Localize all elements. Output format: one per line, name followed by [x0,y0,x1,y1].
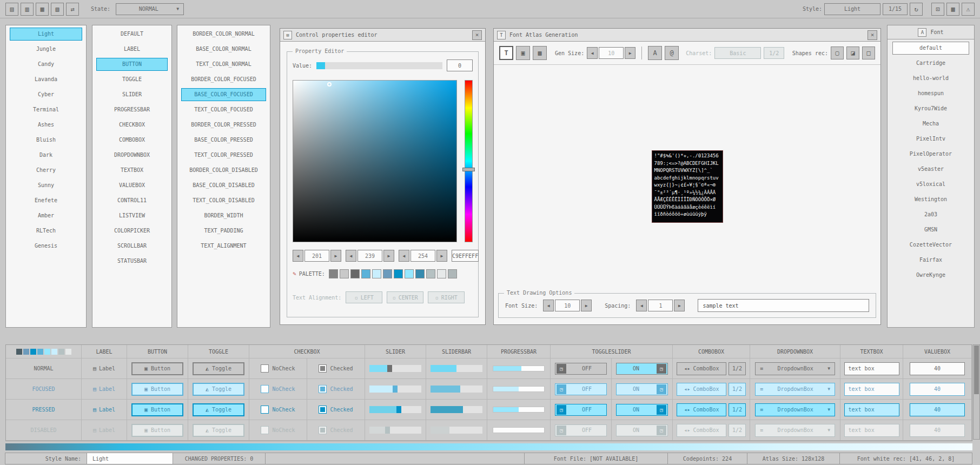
toggleslider-off-sample[interactable]: ◳OFF [555,383,607,395]
font-item[interactable]: Westington [892,193,969,206]
font-item[interactable]: default [892,42,969,55]
spinner-decrement-button[interactable]: ◀ [346,250,356,262]
font-item[interactable]: PixelOperator [892,148,969,161]
textbox-sample[interactable]: text box [844,403,899,416]
spinner-decrement-button[interactable]: ◀ [399,250,409,262]
control-item[interactable]: LABEL [96,43,168,56]
font-item[interactable]: PixelIntv [892,132,969,145]
button-sample[interactable]: ▣Button [131,362,183,375]
style-item[interactable]: Amber [10,209,82,222]
palette-swatch[interactable] [340,269,349,278]
align-right-button[interactable]: ▫RIGHT [428,291,465,303]
combobox-sample[interactable]: ◂▸ComboBox [677,403,726,416]
control-item[interactable]: SCROLLBAR [96,240,168,253]
font-item[interactable]: Kyrou7Wide [892,102,969,115]
palette-swatch[interactable] [383,269,392,278]
property-item[interactable]: BASE_COLOR_PRESSED [181,134,266,147]
control-item[interactable]: STATUSBAR [96,255,168,268]
spinner-increment-button[interactable]: ▶ [625,47,635,59]
button-sample[interactable]: ▣Button [131,383,183,396]
style-item[interactable]: Dark [10,149,82,162]
export-style-button[interactable]: ▧ [51,3,64,16]
checkbox-checked-sample[interactable]: Checked [319,364,353,373]
spinner-decrement-button[interactable]: ◀ [293,250,303,262]
control-item[interactable]: BUTTON [96,58,168,71]
shapes-rec-button-1[interactable]: ▢ [831,46,844,59]
control-item[interactable]: COMBOBOX [96,134,168,147]
property-item[interactable]: TEXT_ALIGNMENT [181,240,266,253]
checkbox-unchecked-sample[interactable]: NoCheck [261,364,295,373]
control-item[interactable]: DEFAULT [96,28,168,41]
property-item[interactable]: BASE_COLOR_NORMAL [181,43,266,56]
style-item[interactable]: Enefete [10,194,82,207]
new-style-button[interactable]: ▤ [5,3,18,16]
style-item[interactable]: Lavanda [10,73,82,86]
font-size-value[interactable]: 10 [555,300,580,311]
toggleslider-knob[interactable]: ◳ [557,384,566,394]
state-dropdown[interactable]: NORMAL ▼ [116,3,184,15]
toggleslider-knob[interactable]: ◳ [657,384,666,394]
window-titlebar[interactable]: ⊞ Control properties editor × [280,29,485,42]
palette-swatch[interactable] [361,269,370,278]
font-item[interactable]: CozetteVector [892,238,969,251]
slider-sample[interactable] [369,365,421,372]
hue-bar[interactable] [465,80,473,242]
value-box[interactable]: 0 [447,59,473,71]
spinner-decrement-button[interactable]: ◀ [543,300,554,311]
dropdownbox-sample[interactable]: ≡DropdownBox▼ [755,383,835,396]
font-atlas-image[interactable]: !"#$%&'()*+,-./0123456 789:;<=>?@ABCDEFG… [652,150,723,223]
palette-swatch[interactable] [426,269,435,278]
combobox-sample[interactable]: ◂▸ComboBox [677,383,726,396]
slider-sample[interactable] [369,386,421,393]
property-item[interactable]: TEXT_COLOR_FOCUSED [181,103,266,116]
font-item[interactable]: GMSN [892,223,969,236]
sliderbar-sample[interactable] [431,406,482,413]
slider-handle[interactable] [387,365,392,372]
align-left-button[interactable]: ▫LEFT [346,291,382,303]
control-item[interactable]: PROGRESSBAR [96,103,168,116]
property-item[interactable]: TEXT_COLOR_NORMAL [181,58,266,71]
control-item[interactable]: DROPDOWNBOX [96,149,168,162]
charset-value-box[interactable]: Basic [714,47,761,59]
dropdownbox-sample[interactable]: ≡DropdownBox▼ [755,362,835,375]
style-item[interactable]: Ashes [10,118,82,131]
toggle-sample[interactable]: ◭Toggle [193,362,244,375]
palette-swatch[interactable] [350,269,360,278]
property-item[interactable]: TEXT_PADDING [181,224,266,237]
font-item[interactable]: v5loxical [892,178,969,191]
spinner-decrement-button[interactable]: ◀ [636,300,647,311]
test-style-button[interactable]: ⚠ [962,3,975,16]
random-style-button[interactable]: ⇄ [66,3,79,16]
window-titlebar[interactable]: T Font Atlas Generation × [494,29,880,42]
palette-swatch[interactable] [437,269,446,278]
style-item[interactable]: Sunny [10,179,82,192]
valuebox-sample[interactable]: 40 [910,362,965,375]
toggleslider-on-sample[interactable]: ON◳ [616,363,668,375]
style-item[interactable]: RLTech [10,224,82,237]
spinner-increment-button[interactable]: ▶ [674,300,685,311]
toggleslider-knob[interactable]: ◳ [557,405,566,415]
toggleslider-knob[interactable]: ◳ [657,364,666,374]
shapes-rec-button-2[interactable]: ◪ [846,46,859,59]
color-picker-panel[interactable] [293,80,457,242]
green-value[interactable]: 239 [357,250,382,262]
font-item[interactable]: homespun [892,87,969,100]
sample-text-input[interactable]: sample text [698,299,869,312]
palette-swatch[interactable] [394,269,403,278]
style-item[interactable]: Genesis [10,240,82,253]
checkbox-checked-sample[interactable]: Checked [319,385,353,393]
align-center-button[interactable]: ▫CENTER [387,291,423,303]
toggleslider-knob[interactable]: ◳ [557,364,566,374]
blue-value[interactable]: 254 [410,250,435,262]
close-button[interactable]: × [868,30,877,40]
toggleslider-off-sample[interactable]: ◳OFF [555,404,607,416]
property-item[interactable]: BORDER_COLOR_FOCUSED [181,73,266,86]
property-item[interactable]: BORDER_COLOR_PRESSED [181,118,266,131]
font-item[interactable]: v5easter [892,163,969,176]
button-sample[interactable]: ▣Button [131,403,183,416]
style-page-indicator[interactable]: 1/15 [883,3,908,15]
style-item[interactable]: Terminal [10,103,82,116]
table-view-button[interactable]: ▦ [946,3,959,16]
hue-bar-handle[interactable] [462,168,475,171]
control-item[interactable]: TOGGLE [96,73,168,86]
